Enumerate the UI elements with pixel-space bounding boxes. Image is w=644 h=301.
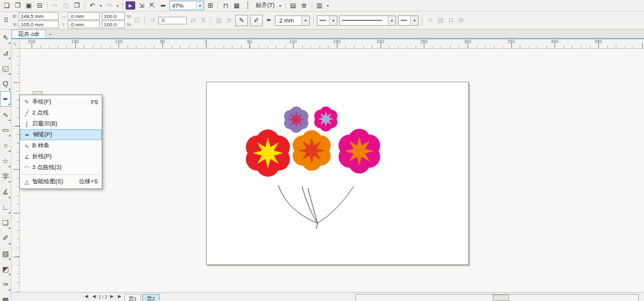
arrow-end-preview xyxy=(399,20,410,21)
snap-to-button[interactable]: 贴齐(T) xyxy=(254,1,277,10)
outline-pen-tool[interactable]: ✑ xyxy=(0,277,11,292)
scale-v-field[interactable]: 100.0 xyxy=(102,21,125,28)
pick-tool[interactable]: ⇖ xyxy=(0,30,11,45)
shape-tool[interactable]: ⊿ xyxy=(0,45,11,60)
redo-icon: ↷ xyxy=(104,1,114,10)
table-tool[interactable]: ▦ xyxy=(0,292,11,301)
zoom-tool[interactable]: Q xyxy=(0,76,11,91)
menu-item-label: 钢笔(P) xyxy=(33,131,97,139)
object-height-field[interactable]: .0 mm xyxy=(68,21,100,28)
crosshatch-icon[interactable]: ∷ xyxy=(446,16,455,25)
paste-icon[interactable]: ❒ xyxy=(72,1,82,10)
show-guidelines-icon[interactable]: ┆ xyxy=(243,1,252,10)
pen-icon: ✒ xyxy=(22,132,33,138)
chevron-down-icon[interactable]: ▾ xyxy=(278,3,283,8)
crop-tool[interactable]: ◱ xyxy=(0,60,11,76)
open-icon[interactable]: ❐ xyxy=(13,1,23,10)
full-screen-preview-icon[interactable]: ⊞ xyxy=(205,1,215,10)
smooth-curve-button[interactable]: ✎ xyxy=(235,15,248,26)
scrollbar-thumb[interactable] xyxy=(493,295,509,301)
export-icon[interactable]: ⇱ xyxy=(147,1,157,10)
text-properties-icon: ≣ xyxy=(225,16,233,25)
fill-tool[interactable]: ◩ xyxy=(0,261,11,277)
menu-item-3-point-curve[interactable]: ◠3 点曲线(3) xyxy=(20,162,102,173)
artistic-media-tool[interactable]: ∿ xyxy=(0,107,11,122)
page-canvas[interactable] xyxy=(206,82,469,265)
interactive-fill-tool[interactable]: ▨ xyxy=(0,246,11,261)
vertical-ruler[interactable] xyxy=(11,49,20,293)
view-manager-icon[interactable]: ≣ xyxy=(299,1,309,10)
menu-item-polyline[interactable]: ∠折线(P) xyxy=(20,151,102,162)
page-tab[interactable]: 页1 xyxy=(124,294,141,301)
curve-tool[interactable]: ✒ xyxy=(0,91,11,107)
magenta-flower xyxy=(339,129,381,173)
outline-width-select[interactable]: .2 mm ▾ xyxy=(275,15,310,26)
last-page-button[interactable]: ▶ xyxy=(117,294,123,299)
menu-item-bezier[interactable]: ∫贝塞尔(B) xyxy=(20,118,102,129)
percent-label: % xyxy=(126,14,131,19)
horizontal-ruler[interactable]: 20015010050050100150200250300350400450 xyxy=(19,39,644,49)
chevron-down-icon[interactable]: ▾ xyxy=(326,3,330,8)
application-launcher-icon[interactable]: ▶ xyxy=(126,1,135,10)
first-page-button[interactable]: ◀ xyxy=(83,294,90,299)
eyedropper-tool[interactable]: ✐ xyxy=(0,230,11,246)
new-document-icon[interactable]: ❏ xyxy=(2,1,12,10)
chevron-down-icon[interactable]: ▾ xyxy=(329,16,337,25)
interactive-effects-tool[interactable]: ❏ xyxy=(0,215,11,230)
options-icon[interactable]: ▤ xyxy=(289,1,298,10)
rotation-angle-field[interactable]: .0 xyxy=(158,17,187,24)
chevron-down-icon[interactable]: ▾ xyxy=(388,16,395,25)
menu-item-2-point-line[interactable]: ╱2 点线 xyxy=(20,107,102,118)
arrow-end-select[interactable]: ▾ xyxy=(398,15,419,26)
chevron-down-icon[interactable]: ▾ xyxy=(196,1,204,10)
monitor-icon[interactable]: ▥ xyxy=(315,1,325,10)
polygon-tool[interactable]: ☆ xyxy=(0,153,11,169)
ellipse-tool[interactable]: ○ xyxy=(0,138,11,153)
chevron-down-icon[interactable]: ▾ xyxy=(115,3,120,8)
menu-item-smart-drawing[interactable]: △智能绘图(S)位移+S xyxy=(20,176,102,187)
y-position-field[interactable]: 105.0 mm xyxy=(19,21,59,28)
next-page-button[interactable]: ▶ xyxy=(109,294,115,299)
chevron-down-icon[interactable]: ▾ xyxy=(410,16,418,25)
arrow-start-select[interactable]: ▾ xyxy=(317,15,337,26)
page-tab[interactable]: 页2 xyxy=(142,294,159,301)
x-position-field[interactable]: 148.5 mm xyxy=(19,12,59,20)
drawing-workspace[interactable] xyxy=(19,49,644,293)
document-tab-bar: 花卉.cdr + xyxy=(11,30,644,39)
convert-to-curve-button[interactable]: ✐ xyxy=(250,15,263,26)
toolbar-separator xyxy=(84,2,85,10)
menu-item-freehand[interactable]: ✎手绘(F)F5 xyxy=(20,96,102,107)
ruler-origin-button[interactable]: ⊹ xyxy=(11,39,20,49)
horizontal-scrollbar[interactable] xyxy=(355,294,639,301)
import-icon[interactable]: ⇲ xyxy=(137,1,146,10)
ruler-tick-label: 100 xyxy=(289,39,297,44)
object-width-field[interactable]: .0 mm xyxy=(68,12,100,20)
document-tab[interactable]: 花卉.cdr xyxy=(12,30,46,38)
undo-icon[interactable]: ↶ xyxy=(88,1,97,10)
show-rulers-icon[interactable]: ⊓ xyxy=(221,1,231,10)
rectangle-tool[interactable]: ▭ xyxy=(0,122,11,138)
polyline-icon: ∠ xyxy=(21,154,32,160)
zoom-level-select[interactable]: 47%▾ xyxy=(169,1,204,10)
chevron-down-icon[interactable]: ▾ xyxy=(99,3,103,8)
bezier-icon: ∫ xyxy=(21,121,32,127)
previous-page-button[interactable]: ◀ xyxy=(91,294,97,299)
menu-item-label: 2 点线 xyxy=(32,109,98,117)
menu-item-b-spline[interactable]: ∿B 样条 xyxy=(20,140,102,151)
show-grid-icon[interactable]: ▦ xyxy=(232,1,242,10)
outline-width-value: .2 mm xyxy=(276,17,301,24)
save-icon[interactable]: ▣ xyxy=(24,1,33,10)
line-style-select[interactable]: ▾ xyxy=(339,15,396,26)
dimension-tool[interactable]: ∡ xyxy=(0,184,11,199)
object-size-group: ↔.0 mm ↕.0 mm xyxy=(61,12,100,28)
text-tool[interactable]: 字 xyxy=(0,169,11,184)
scale-h-field[interactable]: 100.0 xyxy=(102,12,125,20)
page-navigation: ◀ ◀ 1 / 2 ▶ ▶ xyxy=(83,294,123,299)
connector-tool[interactable]: ∟ xyxy=(0,199,11,215)
publish-pdf-icon[interactable]: ➦ xyxy=(158,1,168,10)
menu-item-pen[interactable]: ✒钢笔(P) xyxy=(20,129,102,140)
new-tab-button[interactable]: + xyxy=(46,31,55,38)
graph-paper-icon: ▥ xyxy=(214,16,223,25)
print-icon[interactable]: ⊟ xyxy=(35,1,44,10)
chevron-down-icon[interactable]: ▾ xyxy=(301,16,309,25)
